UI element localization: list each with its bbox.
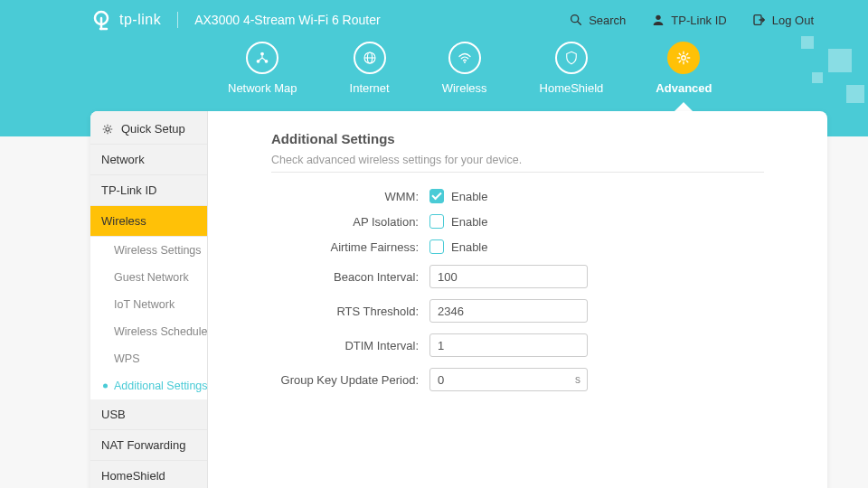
section-desc: Check advanced wireless settings for you…	[271, 154, 764, 166]
svg-point-3	[656, 15, 661, 20]
sub-wps[interactable]: WPS	[90, 345, 207, 372]
label-wmm: WMM:	[271, 190, 429, 203]
content: Additional Settings Check advanced wirel…	[208, 111, 827, 488]
sidebar-item-wireless[interactable]: Wireless	[90, 206, 207, 237]
row-wmm: WMM: Enable	[271, 189, 764, 203]
input-beacon-interval[interactable]	[429, 265, 588, 288]
brand-text: tp-link	[119, 12, 161, 28]
row-group-key: Group Key Update Period: s	[271, 368, 764, 391]
svg-point-5	[260, 52, 264, 56]
checkbox-ap-isolation[interactable]	[429, 214, 444, 229]
main-wrap: Quick Setup Network TP-Link ID Wireless …	[0, 111, 868, 488]
sidebar-label: Wireless	[101, 214, 146, 228]
row-beacon-interval: Beacon Interval:	[271, 265, 764, 288]
sidebar-label: NAT Forwarding	[101, 438, 185, 452]
nav-internet[interactable]: Internet	[350, 42, 390, 95]
gear-icon	[667, 42, 700, 74]
nav-wireless[interactable]: Wireless	[442, 42, 487, 95]
sidebar-label: Network	[101, 153, 145, 166]
label-dtim-interval: DTIM Interval:	[271, 339, 429, 352]
section-divider	[271, 172, 764, 173]
product-name: AX3000 4-Stream Wi-Fi 6 Router	[194, 13, 380, 27]
svg-line-2	[578, 22, 580, 24]
sidebar: Quick Setup Network TP-Link ID Wireless …	[90, 111, 208, 488]
sidebar-item-tplink-id[interactable]: TP-Link ID	[90, 175, 207, 206]
nav-homeshield[interactable]: HomeShield	[540, 42, 604, 95]
input-group-key[interactable]	[429, 368, 588, 391]
enable-label: Enable	[451, 240, 487, 254]
sidebar-label: HomeShield	[101, 469, 165, 483]
label-group-key: Group Key Update Period:	[271, 373, 429, 387]
logout-label: Log Out	[772, 14, 814, 27]
sidebar-quick-setup[interactable]: Quick Setup	[90, 111, 207, 145]
brand-divider	[177, 12, 178, 28]
sub-wireless-settings[interactable]: Wireless Settings	[90, 237, 207, 264]
header-actions: Search TP-Link ID Log Out	[569, 13, 814, 27]
network-map-icon	[246, 42, 278, 74]
svg-point-13	[106, 127, 109, 130]
nav-label: Advanced	[656, 81, 712, 95]
logo-icon	[90, 9, 112, 31]
tplink-id-action[interactable]: TP-Link ID	[651, 13, 726, 27]
nav-advanced[interactable]: Advanced	[656, 42, 712, 95]
label-ap-isolation: AP Isolation:	[271, 215, 429, 229]
header: tp-link AX3000 4-Stream Wi-Fi 6 Router S…	[0, 0, 868, 111]
svg-point-1	[571, 15, 579, 23]
header-top: tp-link AX3000 4-Stream Wi-Fi 6 Router S…	[0, 0, 868, 31]
svg-point-11	[464, 61, 466, 63]
label-airtime-fairness: Airtime Fairness:	[271, 240, 429, 254]
logout-icon	[752, 13, 767, 27]
checkbox-airtime-fairness[interactable]	[429, 239, 444, 254]
search-action[interactable]: Search	[569, 13, 626, 27]
input-rts-threshold[interactable]	[429, 299, 588, 323]
row-ap-isolation: AP Isolation: Enable	[271, 214, 764, 229]
sidebar-wireless-sub: Wireless Settings Guest Network IoT Netw…	[90, 237, 207, 399]
sidebar-item-network[interactable]: Network	[90, 145, 207, 175]
sidebar-item-nat[interactable]: NAT Forwarding	[90, 430, 207, 461]
row-rts-threshold: RTS Threshold:	[271, 299, 764, 323]
logo-area: tp-link AX3000 4-Stream Wi-Fi 6 Router	[90, 9, 381, 31]
enable-label: Enable	[451, 215, 487, 229]
checkbox-wmm[interactable]	[429, 189, 444, 203]
tplink-id-label: TP-Link ID	[671, 14, 726, 27]
section-title: Additional Settings	[271, 131, 764, 146]
sidebar-item-homeshield[interactable]: HomeShield	[90, 461, 207, 488]
top-nav: Network Map Internet Wireless HomeShield…	[0, 31, 868, 111]
search-label: Search	[589, 14, 626, 27]
sidebar-item-usb[interactable]: USB	[90, 399, 207, 430]
sidebar-label: Quick Setup	[121, 122, 185, 136]
enable-label: Enable	[451, 190, 487, 203]
sidebar-label: TP-Link ID	[101, 183, 156, 197]
main-panel: Quick Setup Network TP-Link ID Wireless …	[90, 111, 827, 488]
nav-label: Network Map	[228, 81, 297, 95]
gear-small-icon	[101, 123, 114, 136]
sub-iot-network[interactable]: IoT Network	[90, 291, 207, 318]
shield-icon	[555, 42, 588, 74]
nav-label: Internet	[350, 81, 390, 95]
label-rts-threshold: RTS Threshold:	[271, 305, 429, 318]
label-beacon-interval: Beacon Interval:	[271, 270, 429, 284]
row-dtim-interval: DTIM Interval:	[271, 333, 764, 357]
sidebar-label: USB	[101, 408, 126, 421]
user-icon	[651, 13, 665, 27]
nav-label: Wireless	[442, 81, 487, 95]
logout-action[interactable]: Log Out	[752, 13, 814, 27]
row-airtime-fairness: Airtime Fairness: Enable	[271, 239, 764, 254]
nav-network-map[interactable]: Network Map	[228, 42, 297, 95]
nav-label: HomeShield	[540, 81, 604, 95]
input-dtim-interval[interactable]	[429, 333, 588, 357]
search-icon	[569, 13, 583, 27]
sub-additional-settings[interactable]: Additional Settings	[90, 372, 207, 399]
globe-icon	[354, 42, 386, 74]
wifi-icon	[448, 42, 481, 74]
svg-point-12	[682, 56, 686, 61]
sub-guest-network[interactable]: Guest Network	[90, 264, 207, 291]
sub-wireless-schedule[interactable]: Wireless Schedule	[90, 318, 207, 345]
